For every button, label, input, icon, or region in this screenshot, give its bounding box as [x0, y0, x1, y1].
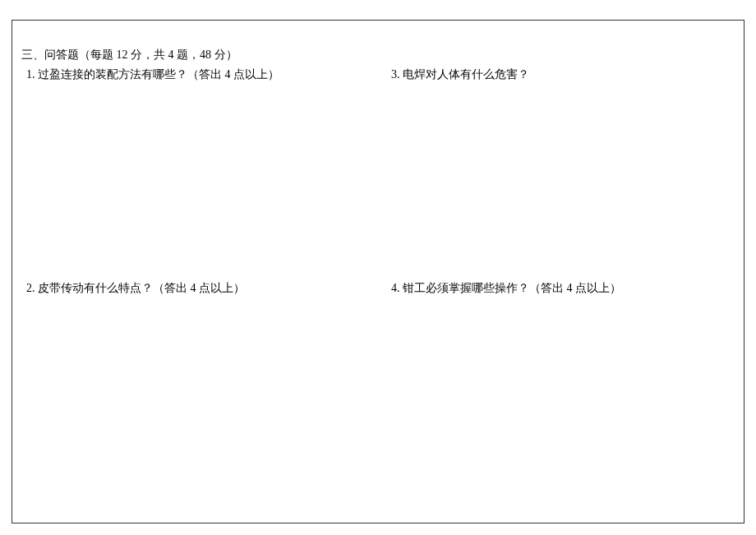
question-2: 2. 皮带传动有什么特点？（答出 4 点以上） — [21, 279, 370, 297]
section-header: 三、问答题（每题 12 分，共 4 题，48 分） — [21, 48, 735, 62]
questions-grid: 1. 过盈连接的装配方法有哪些？（答出 4 点以上） 3. 电焊对人体有什么危害… — [21, 66, 735, 297]
content-area: 三、问答题（每题 12 分，共 4 题，48 分） 1. 过盈连接的装配方法有哪… — [21, 48, 735, 514]
question-3: 3. 电焊对人体有什么危害？ — [386, 66, 735, 279]
question-4: 4. 钳工必须掌握哪些操作？（答出 4 点以上） — [386, 279, 735, 297]
question-1: 1. 过盈连接的装配方法有哪些？（答出 4 点以上） — [21, 66, 370, 279]
